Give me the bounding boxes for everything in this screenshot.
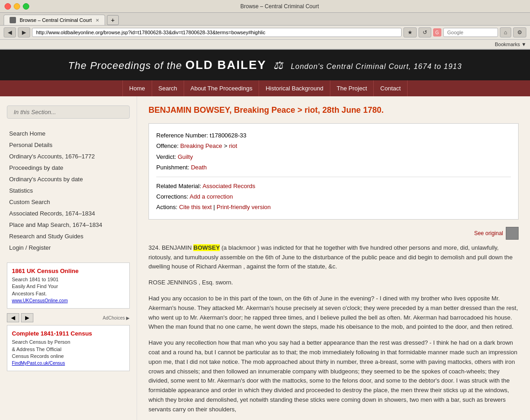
back-button[interactable]: ◀	[4, 27, 16, 37]
corrections-label: Corrections:	[156, 193, 188, 200]
site-wrapper: The Proceedings of the OLD BAILEY ⚖ Lond…	[0, 50, 530, 420]
actions-row: Actions: Cite this text | Print-friendly…	[156, 202, 511, 212]
main-content: BENJAMIN BOWSEY, Breaking Peace > riot, …	[137, 96, 530, 420]
sidebar-item-proceedings-by-date[interactable]: Proceedings by date	[0, 162, 137, 173]
ad-1861-url[interactable]: www.UKCensusOnline.com	[12, 298, 68, 303]
maximize-button[interactable]	[23, 3, 29, 10]
verdict-row: Verdict: Guilty	[156, 152, 511, 162]
ad-choices-label[interactable]: AdChoices ▶	[103, 313, 130, 322]
print-friendly-link[interactable]: Print-friendly version	[217, 204, 271, 210]
offence-breaking-peace[interactable]: Breaking Peace	[180, 142, 223, 149]
site-nav: Home Search About The Proceedings Histor…	[0, 80, 530, 96]
case-para-3: Had you any occasion to be in this part …	[148, 294, 519, 332]
navigation-bar: ◀ ▶ ★ ↺ G ⌂ ⚙	[0, 26, 530, 40]
ad-navigation: ◀ ▶ AdChoices ▶	[7, 313, 130, 322]
reference-label: Reference Number:	[156, 132, 208, 139]
tools-button[interactable]: ⚙	[513, 27, 526, 37]
close-button[interactable]	[5, 3, 11, 10]
verdict-label: Verdict:	[156, 153, 176, 160]
case-para-1: 324. BENJAMIN BOWSEY (a blackmoor ) was …	[148, 243, 519, 272]
case-text: 324. BENJAMIN BOWSEY (a blackmoor ) was …	[148, 243, 519, 420]
home-button[interactable]: ⌂	[500, 27, 511, 37]
nav-search[interactable]: Search	[152, 80, 184, 96]
original-page-icon-top	[506, 227, 519, 240]
case-para-2: ROSE JENNINGS , Esq. sworn.	[148, 278, 519, 288]
search-engine-icon: G	[433, 28, 441, 37]
title-bar: Browse – Central Criminal Court	[0, 0, 530, 13]
case-info-box: Reference Number: t17800628-33 Offence: …	[148, 123, 519, 220]
tab-close-icon[interactable]: ✕	[95, 18, 99, 23]
sidebar-item-associated-records[interactable]: Associated Records, 1674–1834	[0, 208, 137, 219]
url-input[interactable]	[32, 28, 402, 37]
forward-button[interactable]: ▶	[18, 27, 30, 37]
related-row: Related Material: Associated Records	[156, 181, 511, 191]
window-controls[interactable]	[5, 3, 29, 10]
sidebar-item-custom-search[interactable]: Custom Search	[0, 196, 137, 208]
new-tab-button[interactable]: +	[107, 15, 119, 25]
ad-next-button[interactable]: ▶	[21, 313, 33, 322]
refresh-button[interactable]: ↺	[419, 27, 431, 37]
punishment-label: Punishment:	[156, 164, 189, 171]
verdict-value[interactable]: Guilty	[178, 153, 193, 160]
browser-search-input[interactable]	[443, 28, 498, 37]
sidebar-item-place-map[interactable]: Place and Map Search, 1674–1834	[0, 219, 137, 231]
info-divider	[156, 177, 511, 177]
actions-label: Actions:	[156, 204, 177, 210]
sidebar-item-research-guides[interactable]: Research and Study Guides	[0, 231, 137, 242]
see-original-link-top[interactable]: See original	[474, 230, 503, 236]
case-para-4: Have you any recollection how that man w…	[148, 338, 519, 414]
punishment-row: Punishment: Death	[156, 162, 511, 173]
ad-1841-url[interactable]: FindMyPast.co.uk/Census	[12, 361, 65, 366]
nav-contact[interactable]: Contact	[374, 80, 408, 96]
sidebar-item-statistics[interactable]: Statistics	[0, 185, 137, 196]
minimize-button[interactable]	[14, 3, 20, 10]
header-prefix: The Proceedings of the	[68, 60, 182, 71]
header-subtitle: London's Central Criminal Court, 1674 to…	[291, 63, 461, 70]
in-section-label: In this Section...	[7, 105, 130, 119]
browser-tab[interactable]: Browse – Central Criminal Court ✕	[4, 15, 105, 25]
punishment-value[interactable]: Death	[191, 164, 207, 171]
main-layout: In this Section... Search Home Personal …	[0, 96, 530, 420]
ad-1861-census: 1861 UK Census Online Search 1841 to 190…	[7, 262, 130, 309]
browser-chrome: Browse – Central Criminal Court Browse –…	[0, 0, 530, 50]
scales-icon: ⚖	[273, 59, 284, 71]
ad-1861-link[interactable]: 1861 UK Census Online	[12, 268, 79, 274]
sidebar-item-personal-details[interactable]: Personal Details	[0, 139, 137, 151]
case-title: BENJAMIN BOWSEY, Breaking Peace > riot, …	[148, 105, 519, 115]
bookmark-button[interactable]: ★	[403, 27, 417, 37]
offence-riot[interactable]: riot	[229, 142, 237, 149]
offence-row: Offence: Breaking Peace > riot	[156, 141, 511, 151]
tab-label: Browse – Central Criminal Court	[20, 17, 92, 23]
ad-1841-link[interactable]: Complete 1841-1911 Census	[12, 330, 92, 337]
sidebar: In this Section... Search Home Personal …	[0, 96, 137, 420]
nav-about[interactable]: About The Proceedings	[184, 80, 260, 96]
highlight-bowsey: BOWSEY	[193, 244, 220, 251]
site-header: The Proceedings of the OLD BAILEY ⚖ Lond…	[0, 50, 530, 80]
related-value[interactable]: Associated Records	[202, 183, 255, 189]
window-title: Browse – Central Criminal Court	[34, 3, 525, 10]
ad-1861-text: Search 1841 to 1901Easily And Find YourA…	[12, 276, 125, 297]
ad-prev-button[interactable]: ◀	[7, 313, 19, 322]
tab-bar: Browse – Central Criminal Court ✕ +	[0, 13, 530, 26]
ad-1841-text: Search Census by Person& Address The Off…	[12, 339, 125, 360]
tab-favicon	[10, 17, 16, 23]
nav-home[interactable]: Home	[122, 80, 152, 96]
nav-project[interactable]: The Project	[330, 80, 374, 96]
related-label: Related Material:	[156, 183, 201, 189]
see-original-top: See original	[148, 227, 519, 240]
sidebar-item-search-home[interactable]: Search Home	[0, 128, 137, 139]
offence-label: Offence:	[156, 142, 179, 149]
header-name: OLD BAILEY	[186, 58, 266, 72]
reference-row: Reference Number: t17800628-33	[156, 130, 511, 141]
bookmarks-bar: Bookmarks ▼	[0, 40, 530, 49]
corrections-link[interactable]: Add a correction	[190, 193, 233, 200]
bookmarks-label: Bookmarks	[495, 42, 520, 47]
sidebar-ad-section: 1861 UK Census Online Search 1841 to 190…	[7, 262, 130, 371]
sidebar-item-ordinary-by-date[interactable]: Ordinary's Accounts by date	[0, 173, 137, 185]
nav-historical[interactable]: Historical Background	[259, 80, 330, 96]
sidebar-item-ordinary-accounts[interactable]: Ordinary's Accounts, 1676–1772	[0, 151, 137, 162]
sidebar-item-login[interactable]: Login / Register	[0, 242, 137, 253]
site-title: The Proceedings of the OLD BAILEY ⚖ Lond…	[68, 58, 462, 72]
corrections-row: Corrections: Add a correction	[156, 191, 511, 202]
cite-text-link[interactable]: Cite this text	[179, 204, 212, 210]
